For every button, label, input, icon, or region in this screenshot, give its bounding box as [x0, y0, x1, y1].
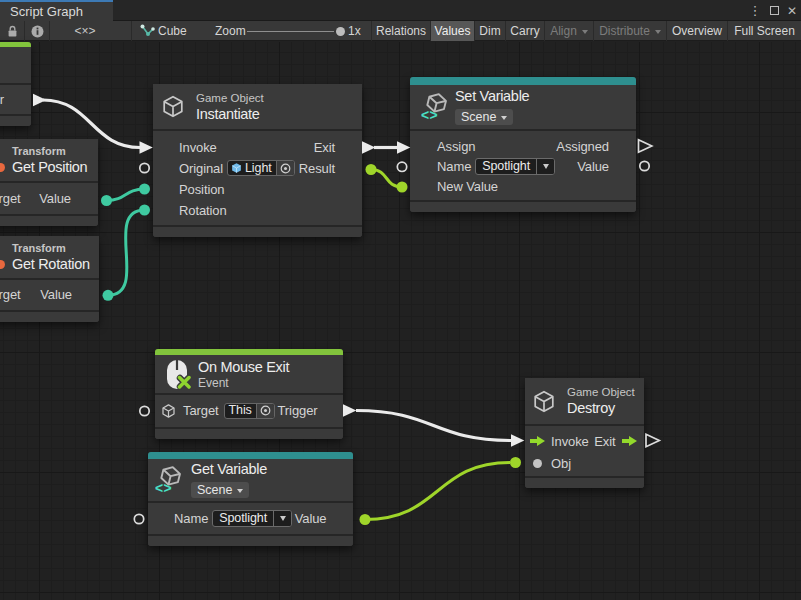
full-screen-button-label: Full Screen: [734, 24, 795, 38]
variable-scope-dropdown[interactable]: Scene: [455, 109, 513, 125]
inspector-button[interactable]: [25, 21, 49, 41]
wire-onmouseexit-trigger-to-destroy-invoke[interactable]: [356, 411, 511, 441]
zoom-slider-track[interactable]: [247, 31, 334, 33]
node-body: Trigger: [0, 83, 31, 116]
wire-instantiate-result-to-setvar-newvalue[interactable]: [371, 170, 402, 188]
port-instantiate-exit[interactable]: [362, 141, 375, 153]
port-label-new-value: New Value: [437, 179, 498, 194]
chevron-down-icon: [655, 30, 661, 34]
port-instantiate-rotation[interactable]: [139, 205, 150, 216]
dim-button-label: Dim: [479, 24, 500, 38]
port-setvar-assigned[interactable]: [639, 140, 652, 152]
window-maximize-icon[interactable]: [766, 0, 782, 21]
port-onmouseexit-target[interactable]: [140, 406, 149, 415]
port-setvar-value[interactable]: [640, 161, 649, 170]
port-instantiate-result[interactable]: [366, 164, 377, 175]
port-getrotation-value[interactable]: [103, 290, 114, 301]
port-setvar-assign[interactable]: [397, 141, 410, 153]
distribute-button-label: Distribute: [599, 24, 650, 38]
wires-and-ports-layer: [0, 42, 801, 600]
port-instantiate-position[interactable]: [139, 184, 150, 195]
port-onmouseexit-trigger[interactable]: [343, 404, 356, 416]
overview-button[interactable]: Overview: [667, 21, 727, 41]
variable-stripe: [148, 452, 353, 459]
object-picker-button[interactable]: [276, 161, 294, 175]
node-instantiate[interactable]: Game Object Instantiate Invoke Exit Orig…: [153, 84, 362, 237]
zoom-label: Zoom: [215, 21, 246, 41]
node-destroy[interactable]: Game Object Destroy Invoke Exit: [525, 378, 644, 488]
node-header: On Mouse Exit Event: [155, 355, 343, 393]
port-label-exit: Exit: [594, 434, 615, 449]
port-setvar-newvalue[interactable]: [397, 182, 408, 193]
node-get-variable[interactable]: < > Get Variable Scene Name: [148, 452, 353, 547]
node-header: Game Object Instantiate: [153, 84, 362, 129]
port-label-target: Target: [183, 403, 219, 418]
port-instantiate-invoke[interactable]: [140, 141, 153, 153]
node-on-mouse-exit[interactable]: On Mouse Exit Event Target This: [155, 349, 343, 439]
node-set-variable[interactable]: < > Set Variable Scene Assign: [410, 77, 636, 212]
align-button[interactable]: Align: [545, 21, 593, 41]
port-destroy-invoke[interactable]: [511, 434, 524, 446]
variable-stripe: [410, 77, 636, 85]
original-object-field[interactable]: Light: [227, 160, 295, 176]
values-button-label: Values: [435, 24, 471, 38]
node-subtitle: Game Object: [196, 91, 264, 105]
node-event-partial[interactable]: Trigger: [0, 42, 31, 126]
object-picker-button[interactable]: [256, 404, 274, 418]
port-destroy-exit[interactable]: [646, 434, 659, 446]
chevron-down-icon: [237, 489, 243, 493]
node-subtitle: Transform: [12, 144, 87, 158]
values-button[interactable]: Values: [431, 21, 474, 41]
node-header: [0, 47, 31, 83]
variable-name-dropdown[interactable]: Spotlight: [475, 158, 555, 175]
port-destroy-obj[interactable]: [510, 457, 521, 468]
full-screen-button[interactable]: Full Screen: [728, 21, 801, 41]
distribute-button[interactable]: Distribute: [594, 21, 666, 41]
node-body: Invoke Exit Obj: [525, 424, 644, 478]
relations-button[interactable]: Relations: [372, 21, 430, 41]
transform-icon: [0, 163, 5, 172]
port-getvariable-name[interactable]: [134, 514, 143, 523]
port-instantiate-original[interactable]: [140, 163, 149, 172]
tab-script-graph-label: Script Graph: [10, 4, 83, 19]
variable-name-value: Spotlight: [476, 159, 536, 174]
mouse-event-icon: [163, 359, 191, 390]
port-getvariable-value[interactable]: [360, 514, 371, 525]
wire-getposition-value-to-instantiate-position[interactable]: [107, 189, 145, 201]
code-view-button[interactable]: <×>: [62, 21, 108, 41]
variable-scope-dropdown[interactable]: Scene: [191, 482, 249, 498]
variable-name-dropdown-button[interactable]: [536, 159, 554, 174]
lock-button[interactable]: [0, 21, 24, 41]
node-title: On Mouse Exit: [198, 358, 289, 376]
variable-name-dropdown[interactable]: Spotlight: [212, 510, 292, 527]
chevron-down-icon: [280, 516, 286, 521]
graph-canvas[interactable]: Trigger Game Object Instantia: [0, 42, 801, 600]
port-enter-trigger[interactable]: [33, 94, 46, 106]
node-get-position[interactable]: Transform Get Position Target Value: [0, 139, 98, 226]
port-label-invoke: Invoke: [551, 434, 589, 449]
control-flow-arrow-icon: [622, 436, 637, 446]
wire-getrotation-value-to-instantiate-rotation[interactable]: [108, 210, 145, 295]
node-subtitle: Game Object: [567, 385, 635, 399]
zoom-slider-knob[interactable]: [336, 27, 345, 36]
node-get-rotation[interactable]: Transform Get Rotation Target Value: [0, 236, 99, 323]
carry-button[interactable]: Carry: [506, 21, 544, 41]
port-getposition-value[interactable]: [101, 195, 112, 206]
game-object-cube-icon: [161, 403, 176, 419]
game-object-cube-icon: [161, 94, 185, 119]
game-object-cube-icon: [532, 389, 556, 414]
node-title: Instantiate: [196, 105, 264, 123]
window-close-icon[interactable]: ✕: [784, 0, 800, 21]
port-label-assign: Assign: [437, 139, 475, 154]
port-label-name: Name: [437, 159, 471, 174]
window-menu-icon[interactable]: ⋮: [748, 0, 762, 21]
port-label-value: Value: [39, 191, 71, 206]
dim-button[interactable]: Dim: [475, 21, 505, 41]
port-setvar-name[interactable]: [397, 162, 406, 171]
tab-script-graph[interactable]: Script Graph: [0, 0, 113, 21]
wire-getvariable-value-to-destroy-obj[interactable]: [365, 463, 510, 520]
variable-name-dropdown-button[interactable]: [273, 511, 291, 526]
node-title: Get Position: [12, 158, 87, 176]
node-header: < > Set Variable Scene: [410, 85, 636, 129]
target-object-field[interactable]: This: [224, 403, 275, 419]
